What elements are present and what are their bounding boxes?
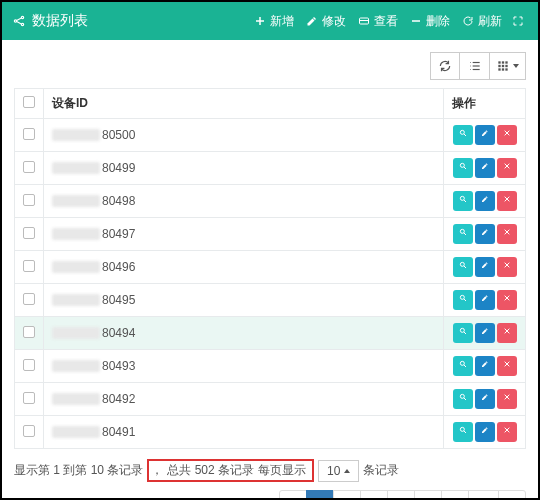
device-id-suffix: 80500 (102, 128, 135, 142)
page-button[interactable]: › (498, 490, 526, 500)
table-row[interactable]: 80491 (15, 416, 526, 449)
row-delete-button[interactable] (497, 125, 517, 145)
search-icon (459, 360, 467, 372)
pencil-icon (481, 228, 489, 240)
table-row[interactable]: 80495 (15, 284, 526, 317)
row-edit-button[interactable] (475, 356, 495, 376)
close-icon (503, 294, 511, 306)
row-delete-button[interactable] (497, 224, 517, 244)
table-row[interactable]: 80496 (15, 251, 526, 284)
row-checkbox[interactable] (23, 425, 35, 437)
row-delete-button[interactable] (497, 290, 517, 310)
svg-point-1 (21, 16, 23, 18)
toolbar-view-button[interactable] (490, 52, 526, 80)
svg-line-62 (464, 431, 466, 433)
row-view-button[interactable] (453, 389, 473, 409)
redacted-text (52, 162, 100, 174)
page-button[interactable]: 5 (414, 490, 442, 500)
row-edit-button[interactable] (475, 290, 495, 310)
edit-button-label: 修改 (322, 13, 346, 30)
page-button[interactable]: 51 (468, 490, 499, 500)
row-edit-button[interactable] (475, 422, 495, 442)
table-row[interactable]: 80492 (15, 383, 526, 416)
row-view-button[interactable] (453, 224, 473, 244)
page-size-select[interactable]: 10 (318, 460, 359, 482)
add-button[interactable]: 新增 (248, 9, 300, 34)
panel-title-text: 数据列表 (32, 12, 88, 30)
redacted-text (52, 228, 100, 240)
refresh-button-label: 刷新 (478, 13, 502, 30)
toolbar-columns-button[interactable] (460, 52, 490, 80)
row-checkbox[interactable] (23, 392, 35, 404)
share-icon (12, 14, 26, 28)
view-button[interactable]: 查看 (352, 9, 404, 34)
close-icon (503, 162, 511, 174)
fullscreen-button[interactable] (508, 11, 528, 31)
svg-line-26 (464, 134, 466, 136)
row-view-button[interactable] (453, 191, 473, 211)
row-view-button[interactable] (453, 356, 473, 376)
row-edit-button[interactable] (475, 323, 495, 343)
row-checkbox[interactable] (23, 194, 35, 206)
column-header-id[interactable]: 设备ID (44, 89, 444, 119)
row-edit-button[interactable] (475, 158, 495, 178)
row-edit-button[interactable] (475, 389, 495, 409)
row-view-button[interactable] (453, 422, 473, 442)
delete-button[interactable]: 删除 (404, 9, 456, 34)
toolbar-refresh-button[interactable] (430, 52, 460, 80)
row-edit-button[interactable] (475, 257, 495, 277)
row-delete-button[interactable] (497, 422, 517, 442)
row-view-button[interactable] (453, 290, 473, 310)
table-row[interactable]: 80500 (15, 119, 526, 152)
page-size-value: 10 (327, 464, 340, 478)
table-row[interactable]: 80498 (15, 185, 526, 218)
table-row[interactable]: 80494 (15, 317, 526, 350)
row-checkbox[interactable] (23, 326, 35, 338)
search-icon (459, 261, 467, 273)
row-checkbox[interactable] (23, 293, 35, 305)
search-icon (459, 195, 467, 207)
row-edit-button[interactable] (475, 191, 495, 211)
page-button[interactable]: 1 (306, 490, 334, 500)
svg-point-61 (460, 427, 464, 431)
edit-button[interactable]: 修改 (300, 9, 352, 34)
row-view-button[interactable] (453, 125, 473, 145)
row-checkbox[interactable] (23, 128, 35, 140)
row-delete-button[interactable] (497, 257, 517, 277)
row-view-button[interactable] (453, 323, 473, 343)
column-header-checkbox[interactable] (15, 89, 44, 119)
svg-rect-21 (505, 65, 507, 67)
refresh-button[interactable]: 刷新 (456, 9, 508, 34)
svg-rect-19 (498, 65, 500, 67)
row-checkbox[interactable] (23, 161, 35, 173)
row-view-button[interactable] (453, 158, 473, 178)
pencil-icon (481, 360, 489, 372)
table-row[interactable]: 80497 (15, 218, 526, 251)
row-edit-button[interactable] (475, 125, 495, 145)
redacted-text (52, 360, 100, 372)
row-delete-button[interactable] (497, 191, 517, 211)
device-id-suffix: 80494 (102, 326, 135, 340)
row-checkbox[interactable] (23, 260, 35, 272)
row-checkbox[interactable] (23, 359, 35, 371)
close-icon (503, 426, 511, 438)
page-button[interactable]: 2 (333, 490, 361, 500)
row-delete-button[interactable] (497, 356, 517, 376)
svg-line-50 (464, 332, 466, 334)
page-button[interactable]: 3 (360, 490, 388, 500)
table-row[interactable]: 80499 (15, 152, 526, 185)
row-delete-button[interactable] (497, 158, 517, 178)
record-info: 显示第 1 到第 10 条记录 ， 总共 502 条记录 每页显示 10 条记录 (14, 459, 526, 482)
page-button[interactable]: 4 (387, 490, 415, 500)
search-icon (459, 327, 467, 339)
svg-rect-24 (505, 68, 507, 70)
device-id-suffix: 80493 (102, 359, 135, 373)
row-view-button[interactable] (453, 257, 473, 277)
record-per-prefix: 每页显示 (258, 462, 306, 479)
row-edit-button[interactable] (475, 224, 495, 244)
table-toolbar (14, 52, 526, 80)
row-checkbox[interactable] (23, 227, 35, 239)
row-delete-button[interactable] (497, 323, 517, 343)
row-delete-button[interactable] (497, 389, 517, 409)
table-row[interactable]: 80493 (15, 350, 526, 383)
